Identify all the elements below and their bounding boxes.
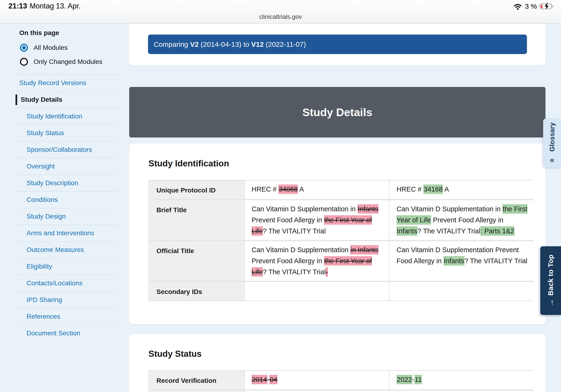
comparison-table: Unique Protocol ID HREC # 34068 A HREC #… (149, 180, 533, 301)
old-value-cell: HREC # 34068 A (244, 181, 389, 199)
new-value-cell: Can Vitamin D Supplementation Prevent Fo… (389, 240, 534, 281)
back-to-top-label: Back to Top (547, 254, 555, 296)
sidebar-item-study-details[interactable]: Study Details (15, 91, 118, 108)
sidebar-item-study-status[interactable]: Study Status (15, 125, 118, 141)
row-label-text: Secondary IDs (156, 285, 202, 297)
comparison-table: Record Verification 2014-04 2022-11 Over… (149, 370, 533, 392)
new-value-cell: Active, not recruiting (389, 389, 534, 392)
sidebar-item-study-design[interactable]: Study Design (15, 208, 118, 225)
page-title: Study Details (302, 106, 372, 119)
battery-charging-icon (539, 3, 554, 10)
row-label: Record Verification (149, 371, 244, 389)
old-value-cell: 2014-04 (244, 371, 389, 389)
sidebar-item-ipd-sharing[interactable]: IPD Sharing (15, 291, 118, 308)
sidebar-heading: On this page (19, 29, 129, 37)
comparison-banner-card: Comparing V2 (2014-04-13) to V12 (2022-1… (129, 23, 546, 65)
sidebar-item-oversight[interactable]: Oversight (15, 158, 118, 174)
radio-selected-icon[interactable] (20, 44, 28, 52)
study-status-section: Study Status Record Verification 2014-04… (129, 334, 546, 392)
row-label-text: Brief Title (156, 204, 187, 216)
glossary-label: Glossary (548, 122, 556, 152)
row-label-text: Unique Protocol ID (156, 184, 216, 196)
new-value-cell: Can Vitamin D Supplementation in the Fir… (389, 199, 534, 240)
status-icons: 3 % (513, 2, 554, 10)
radio-label: All Modules (33, 44, 68, 52)
old-value-cell: Can Vitamin D Supplementation in Infants… (244, 199, 389, 240)
row-label: Unique Protocol ID (149, 181, 244, 199)
section-title: Study Identification (149, 159, 546, 168)
radio-only-changed-modules[interactable]: Only Changed Modules (20, 58, 129, 66)
wifi-icon (513, 3, 522, 10)
old-value-cell: Not yet recruiting (244, 389, 389, 392)
old-value-cell: Can Vitamin D Supplementation in Infants… (244, 240, 389, 281)
row-label: Overall Status (149, 389, 244, 392)
chevron-left-double-icon: « (550, 156, 554, 163)
new-value-cell: 2022-11 (389, 371, 534, 389)
sidebar-nav-list: Study Record Versions Study Details Stud… (15, 74, 118, 341)
sidebar-item-study-identification[interactable]: Study Identification (15, 108, 118, 125)
sidebar-item-eligibility[interactable]: Eligibility (15, 258, 118, 275)
comparing-versions-banner: Comparing V2 (2014-04-13) to V12 (2022-1… (148, 34, 527, 54)
address-bar[interactable]: clinicaltrials.gov (0, 13, 561, 21)
study-details-header: Study Details (129, 87, 546, 138)
sidebar-item-arms-interventions[interactable]: Arms and Interventions (15, 225, 118, 241)
old-value-cell (244, 281, 389, 301)
study-identification-section: Study Identification Unique Protocol ID … (129, 144, 546, 324)
back-to-top-button[interactable]: Back to Top → (540, 246, 561, 315)
status-bar: 21:13 Montag 13. Apr. clinicaltrials.gov… (0, 0, 561, 23)
battery-percent: 3 % (525, 2, 537, 10)
row-label: Brief Title (149, 199, 244, 240)
row-label-text: Official Title (156, 244, 194, 256)
sidebar-item-outcome-measures[interactable]: Outcome Measures (15, 241, 118, 258)
sidebar-item-references[interactable]: References (15, 308, 118, 325)
row-label: Secondary IDs (149, 281, 244, 301)
sidebar-item-study-record-versions[interactable]: Study Record Versions (15, 75, 118, 91)
radio-all-modules[interactable]: All Modules (20, 44, 129, 52)
date: Montag 13. Apr. (30, 2, 81, 10)
row-label-text: Record Verification (156, 374, 216, 386)
new-value-cell: HREC # 34168 A (389, 181, 534, 199)
clock: 21:13 (9, 2, 27, 10)
section-title: Study Status (149, 349, 546, 359)
arrow-up-icon: → (547, 299, 555, 307)
on-this-page-sidebar: On this page All Modules Only Changed Mo… (0, 23, 129, 392)
row-label: Official Title (149, 240, 244, 281)
sidebar-item-study-description[interactable]: Study Description (15, 174, 118, 191)
new-value-cell (389, 281, 534, 301)
radio-label: Only Changed Modules (33, 58, 102, 65)
sidebar-item-document-section[interactable]: Document Section (15, 325, 118, 341)
sidebar-item-contacts-locations[interactable]: Contacts/Locations (15, 275, 118, 291)
module-filter-radio-group: All Modules Only Changed Modules (20, 44, 129, 66)
radio-unselected-icon[interactable] (20, 58, 28, 66)
glossary-tab[interactable]: Glossary « (543, 119, 561, 167)
sidebar-item-sponsor-collaborators[interactable]: Sponsor/Collaborators (15, 141, 118, 158)
sidebar-item-conditions[interactable]: Conditions (15, 191, 118, 208)
